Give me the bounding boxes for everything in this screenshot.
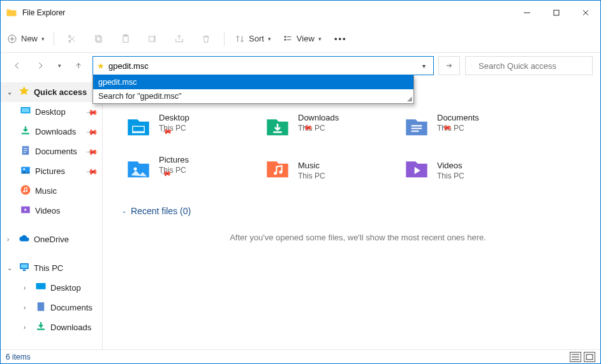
more-button[interactable]: ••• (328, 28, 353, 50)
navigation-pane[interactable]: ⌄ Quick access Desktop 📌 Downloads 📌 Doc… (1, 78, 103, 349)
address-bar[interactable]: ★ ▾ gpedit.msc Search for "gpedit.msc" ◢ (93, 56, 434, 75)
sidebar-item-music[interactable]: Music (1, 181, 102, 201)
sidebar-label: Desktop (35, 107, 66, 117)
pin-icon: 📌 (85, 145, 99, 158)
sidebar-item-desktop[interactable]: Desktop 📌 (1, 102, 102, 122)
star-icon (19, 85, 30, 99)
minimize-button[interactable] (512, 3, 542, 22)
videos-icon (20, 204, 31, 217)
sidebar-label: Documents (35, 147, 77, 156)
folder-card-documents[interactable]: DocumentsThis PC📌 (400, 110, 528, 146)
sidebar-item-documents[interactable]: Documents 📌 (1, 142, 102, 161)
svg-rect-4 (97, 36, 101, 42)
sidebar-item-downloads[interactable]: Downloads 📌 (1, 122, 102, 142)
forward-button[interactable] (31, 57, 49, 75)
folder-name: Videos (437, 161, 464, 170)
folder-name: Music (298, 161, 325, 170)
desktop-icon (20, 105, 31, 119)
section-title: Recent files (0) (131, 206, 191, 216)
copy-button[interactable] (86, 28, 112, 50)
svg-point-19 (26, 190, 27, 192)
sidebar-label: Quick access (34, 87, 87, 97)
delete-button[interactable] (193, 28, 219, 50)
folder-card-pictures[interactable]: PicturesThis PC📌 (122, 152, 249, 188)
paste-button[interactable] (113, 28, 138, 50)
chevron-down-icon: ▾ (41, 36, 45, 42)
folder-icon (263, 113, 292, 141)
maximize-button[interactable] (542, 3, 571, 22)
suggestion-search-item[interactable]: Search for "gpedit.msc" (93, 89, 413, 103)
recent-files-empty: After you've opened some files, we'll sh… (122, 233, 594, 242)
folder-card-downloads[interactable]: DownloadsThis PC📌 (261, 110, 389, 146)
refresh-go-button[interactable] (438, 56, 460, 75)
rename-button[interactable] (140, 28, 165, 50)
folder-icon (403, 155, 431, 183)
content-area: DesktopThis PC📌DownloadsThis PC📌Document… (103, 78, 600, 349)
window-title: File Explorer (22, 8, 65, 17)
file-explorer-window: File Explorer New ▾ Sort ▾ View (0, 0, 601, 364)
svg-point-11 (471, 65, 471, 66)
recent-locations-button[interactable]: ▾ (54, 57, 64, 75)
folder-location: This PC (298, 171, 325, 180)
new-button[interactable]: New ▾ (3, 28, 48, 50)
svg-rect-0 (554, 10, 559, 15)
folder-name: Documents (437, 113, 479, 122)
address-suggestions: gpedit.msc Search for "gpedit.msc" ◢ (93, 75, 414, 104)
folder-name: Desktop (159, 113, 189, 122)
sidebar-label: Music (35, 186, 57, 196)
sidebar-label: Downloads (35, 127, 76, 136)
view-button[interactable]: View ▾ (278, 28, 327, 50)
search-box[interactable] (465, 56, 593, 75)
recent-files-header[interactable]: ⌄ Recent files (0) (122, 206, 594, 216)
svg-rect-5 (96, 35, 100, 41)
cloud-icon (19, 233, 30, 246)
address-input[interactable] (107, 61, 418, 71)
navigation-bar: ▾ ★ ▾ gpedit.msc Search for "gpedit.msc"… (1, 53, 600, 78)
chevron-down-icon: ⌄ (122, 208, 127, 214)
resize-grip-icon: ◢ (407, 95, 412, 102)
sidebar-item-tp-documents[interactable]: › Documents (1, 298, 102, 317)
svg-rect-9 (285, 36, 286, 38)
sidebar-item-pictures[interactable]: Pictures 📌 (1, 161, 102, 181)
search-input[interactable] (477, 61, 587, 71)
suggestion-item[interactable]: gpedit.msc (93, 75, 413, 89)
folder-icon (124, 113, 152, 141)
svg-point-29 (274, 171, 277, 175)
folder-card-desktop[interactable]: DesktopThis PC📌 (122, 110, 249, 146)
cut-button[interactable] (59, 28, 85, 50)
download-icon (20, 125, 31, 138)
chevron-down-icon: ⌄ (7, 89, 15, 96)
sidebar-label: This PC (34, 263, 63, 273)
pin-icon: 📌 (85, 164, 99, 178)
svg-rect-25 (38, 302, 45, 311)
svg-rect-10 (285, 39, 286, 41)
svg-point-28 (134, 168, 137, 171)
sidebar-item-videos[interactable]: Videos (1, 201, 102, 221)
back-button[interactable] (8, 57, 26, 75)
svg-rect-22 (21, 265, 28, 268)
folder-card-videos[interactable]: VideosThis PC (400, 152, 528, 188)
close-button[interactable] (571, 3, 600, 22)
folder-icon (403, 113, 431, 141)
folder-card-music[interactable]: MusicThis PC (261, 152, 389, 188)
sidebar-item-tp-downloads[interactable]: › Downloads (1, 317, 102, 337)
command-bar: New ▾ Sort ▾ View ▾ ••• (1, 25, 600, 53)
large-icons-view-button[interactable] (584, 352, 595, 362)
sidebar-item-this-pc[interactable]: ⌄ This PC (1, 258, 102, 278)
documents-icon (35, 301, 47, 314)
sidebar-item-quick-access[interactable]: ⌄ Quick access (1, 82, 102, 102)
address-dropdown-button[interactable]: ▾ (418, 62, 429, 69)
sidebar-item-onedrive[interactable]: › OneDrive (1, 229, 102, 249)
sidebar-item-tp-desktop[interactable]: › Desktop (1, 278, 102, 298)
svg-rect-27 (133, 127, 144, 131)
app-icon (6, 7, 17, 18)
pin-icon: 📌 (85, 105, 99, 119)
up-button[interactable] (70, 57, 87, 75)
chevron-right-icon: › (7, 236, 15, 243)
sidebar-label: Desktop (50, 283, 81, 293)
details-view-button[interactable] (570, 352, 581, 362)
share-button[interactable] (167, 28, 192, 50)
sort-button[interactable]: Sort ▾ (230, 28, 276, 50)
item-count: 6 items (6, 353, 31, 361)
sidebar-label: Downloads (50, 323, 91, 332)
